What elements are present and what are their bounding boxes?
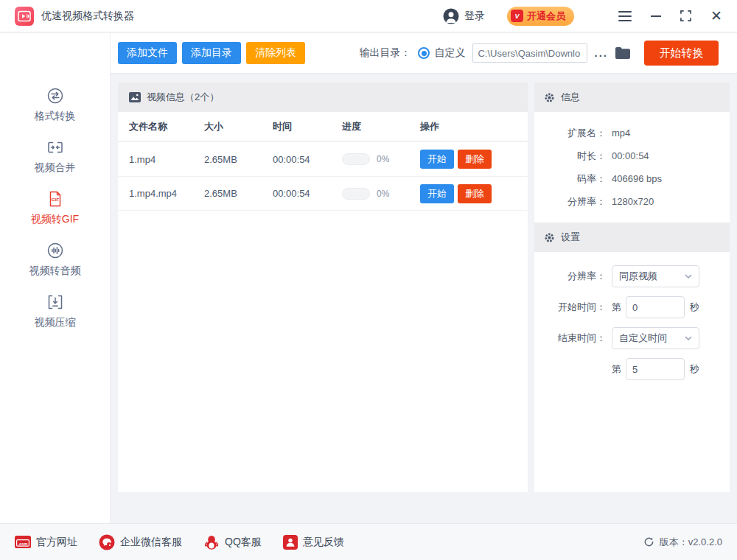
official-website-icon: .com [15, 536, 31, 548]
setting-start-time: 开始时间： 第 秒 [534, 296, 730, 318]
end-time-input[interactable] [626, 358, 685, 380]
setting-resolution: 分辨率： 同原视频 [534, 265, 730, 287]
maximize-button[interactable] [680, 10, 691, 21]
menu-button[interactable] [596, 11, 632, 21]
hamburger-icon [618, 11, 632, 21]
field-value: 1280x720 [612, 195, 654, 209]
start-convert-button[interactable]: 开始转换 [644, 41, 719, 66]
close-icon: ✕ [710, 9, 722, 23]
wechat-support-icon [99, 534, 115, 550]
minimize-icon [651, 15, 661, 17]
wechat-support-link[interactable]: 企业微信客服 [99, 534, 182, 550]
sidebar-item-video-to-audio[interactable]: 视频转音频 [0, 241, 110, 278]
row-start-button[interactable]: 开始 [420, 150, 454, 169]
row-delete-button[interactable]: 删除 [458, 184, 492, 203]
info-field-duration: 时长： 00:00:54 [534, 149, 730, 164]
end-time-mode-value: 自定义时间 [619, 332, 667, 345]
cell-time: 00:00:54 [273, 188, 342, 199]
close-button[interactable]: ✕ [710, 9, 722, 23]
footer-link-label: 企业微信客服 [120, 536, 182, 549]
column-header-filename: 文件名称 [129, 120, 204, 133]
progress-bar [342, 153, 370, 165]
sidebar-item-video-merge[interactable]: 视频合并 [0, 138, 110, 175]
table-row: 1.mp4 2.65MB 00:00:54 0% 开始 删除 [118, 141, 528, 176]
video-info-title: 视频信息（2个） [147, 91, 219, 104]
video-to-gif-icon: GIF [46, 189, 65, 209]
field-label: 码率： [534, 172, 606, 186]
sidebar-item-video-to-gif[interactable]: GIF 视频转GIF [0, 189, 110, 226]
setting-label: 结束时间： [534, 332, 606, 345]
output-path-input[interactable] [472, 43, 587, 63]
footer-link-label: 官方网址 [36, 536, 77, 549]
field-label: 扩展名： [534, 126, 606, 141]
progress-percent: 0% [377, 189, 389, 199]
vip-badge-icon: V [511, 10, 523, 22]
sidebar-item-format-convert[interactable]: 格式转换 [0, 86, 110, 123]
browse-more-button[interactable]: ... [594, 49, 608, 57]
custom-dir-radio-label: 自定义 [434, 46, 465, 60]
add-file-button[interactable]: 添加文件 [118, 42, 177, 64]
titlebar: 优速视频格式转换器 登录 V 开通会员 [0, 0, 737, 32]
qq-support-link[interactable]: QQ客服 [203, 534, 262, 550]
cell-progress: 0% [342, 153, 420, 165]
feedback-link[interactable]: 意见反馈 [283, 535, 344, 550]
setting-label: 开始时间： [534, 301, 606, 314]
cell-progress: 0% [342, 188, 420, 200]
start-time-input[interactable] [626, 296, 685, 318]
clear-list-button[interactable]: 清除列表 [246, 42, 305, 64]
seconds-unit: 秒 [690, 301, 699, 314]
chevron-down-icon [685, 336, 692, 340]
version-label: 版本：v2.0.2.0 [660, 536, 722, 549]
update-refresh-icon[interactable] [643, 536, 654, 547]
cell-size: 2.65MB [204, 154, 273, 165]
field-value: 00:00:54 [612, 149, 649, 164]
progress-bar [342, 188, 370, 200]
minimize-button[interactable] [651, 15, 661, 17]
field-label: 时长： [534, 149, 606, 164]
settings-section-header: 设置 [534, 223, 730, 252]
info-field-resolution: 分辨率： 1280x720 [534, 195, 730, 209]
column-header-progress: 进度 [342, 120, 420, 133]
custom-dir-radio[interactable] [418, 47, 430, 59]
login-button[interactable]: 登录 [443, 8, 485, 24]
info-field-extension: 扩展名： mp4 [534, 126, 730, 141]
video-compress-icon [46, 293, 65, 312]
sidebar-item-label: 视频合并 [35, 161, 76, 175]
user-avatar-icon [443, 8, 459, 24]
sidebar-item-label: 视频转GIF [31, 213, 79, 226]
add-directory-button[interactable]: 添加目录 [182, 42, 241, 64]
field-value: mp4 [612, 126, 630, 141]
feedback-icon [283, 535, 298, 550]
footer: .com 官方网址 企业微信客服 [0, 523, 737, 560]
row-start-button[interactable]: 开始 [420, 184, 454, 203]
row-delete-button[interactable]: 删除 [458, 150, 492, 169]
titlebar-right: 登录 V 开通会员 ✕ [443, 7, 722, 26]
field-label: 分辨率： [534, 195, 606, 209]
gear-icon [544, 232, 555, 243]
video-to-audio-icon [46, 241, 65, 260]
app-title: 优速视频格式转换器 [41, 10, 134, 23]
sidebar-item-label: 视频压缩 [35, 316, 76, 329]
table-header-row: 文件名称 大小 时间 进度 操作 [118, 112, 528, 141]
open-vip-button[interactable]: V 开通会员 [507, 7, 574, 26]
svg-text:.com: .com [18, 542, 28, 546]
setting-end-time: 结束时间： 自定义时间 [534, 327, 730, 349]
version-info: 版本：v2.0.2.0 [643, 536, 722, 549]
open-folder-icon[interactable] [615, 47, 630, 59]
side-info-panel: 信息 扩展名： mp4 时长： 00:00:54 码率： 406696 bps … [534, 83, 730, 492]
cell-size: 2.65MB [204, 188, 273, 199]
official-website-link[interactable]: .com 官方网址 [15, 536, 77, 549]
setting-label: 分辨率： [534, 270, 606, 283]
toolbar: 添加文件 添加目录 清除列表 输出目录： 自定义 ... 开始转换 [111, 33, 737, 74]
login-label: 登录 [464, 10, 485, 23]
end-time-mode-select[interactable]: 自定义时间 [612, 327, 699, 349]
sidebar-item-video-compress[interactable]: 视频压缩 [0, 293, 110, 329]
svg-text:GIF: GIF [51, 197, 59, 202]
video-merge-icon [46, 138, 65, 157]
sidebar: 格式转换 视频合并 GIF 视频转GIF [0, 33, 111, 523]
qq-support-icon [203, 534, 220, 550]
maximize-icon [680, 10, 691, 21]
column-header-actions: 操作 [420, 120, 517, 133]
resolution-select[interactable]: 同原视频 [612, 265, 699, 287]
chevron-down-icon [685, 274, 692, 279]
